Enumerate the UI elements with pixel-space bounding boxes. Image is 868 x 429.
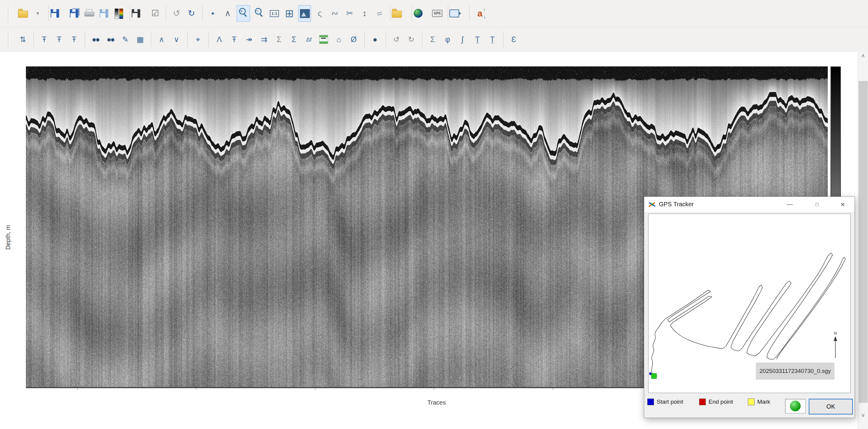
flip-polarity[interactable]: ⇅ <box>17 31 29 47</box>
redo[interactable]: ↻ <box>185 5 197 21</box>
toolbar-icon-glyph: Ṯ <box>475 36 479 43</box>
legend-label: End point <box>709 399 733 405</box>
save-file[interactable] <box>49 5 65 21</box>
rotate-cw[interactable]: ↻ <box>405 31 417 47</box>
wiggle-mode[interactable]: ∧ <box>222 5 234 21</box>
find-previous[interactable]: ●● <box>85 31 101 47</box>
toolbar-icon-glyph: ☑ <box>151 9 159 18</box>
legend-end-point: End point <box>699 399 733 405</box>
hilbert-transform[interactable]: Ɛ <box>503 31 520 47</box>
print[interactable] <box>83 5 95 21</box>
integrate[interactable]: ∫ <box>457 31 469 47</box>
toolbar-icon-glyph: Ɛ <box>511 36 516 43</box>
open-file[interactable] <box>17 5 29 21</box>
minimize-icon[interactable]: — <box>781 197 799 212</box>
current-position-marker <box>651 373 657 379</box>
gps-status-frame <box>785 399 806 414</box>
toolbar-icon-glyph: ∧ <box>225 9 231 18</box>
ground-align[interactable] <box>318 31 330 47</box>
t-power-gain[interactable]: Ṯ <box>471 31 484 47</box>
flatten-ground[interactable]: Ŧ <box>228 31 240 47</box>
toolbar-processing: ⇅ŦŦŦ●●●●✎▦∧∨⌖ɅŦ↠⇉ΣΣΔf⌂Ø●↺↻Σφ∫ṮṮƐ <box>0 27 868 52</box>
legend-start-point: Start point <box>647 399 683 405</box>
wave-fan[interactable]: ≈ <box>373 5 386 21</box>
cut-traces[interactable]: ✂ <box>344 5 356 21</box>
align-first-break-bottom[interactable]: Ŧ <box>68 31 80 47</box>
maximize-icon[interactable]: □ <box>808 197 826 212</box>
zero-offset[interactable]: Ø <box>347 31 360 47</box>
spectrum-up[interactable]: ∧ <box>151 31 168 47</box>
toolbar-icon-glyph: Ø <box>351 36 356 43</box>
undo[interactable]: ↺ <box>166 5 183 21</box>
toolbar-icon-glyph: Ŧ <box>57 36 61 43</box>
shift-right[interactable]: ↠ <box>243 31 255 47</box>
toolbar-icon-glyph: ●● <box>107 36 114 43</box>
align-first-break-mid[interactable]: Ŧ <box>53 31 65 47</box>
align-first-break-top[interactable]: Ŧ <box>34 31 50 47</box>
wiggle-small[interactable]: ∾ <box>329 5 341 21</box>
find-next[interactable]: ●● <box>104 31 117 47</box>
trace-shape[interactable]: ς <box>314 5 326 21</box>
scrollbar-down-icon[interactable]: ∨ <box>858 412 868 418</box>
save-section[interactable] <box>130 5 146 21</box>
fit-to-window[interactable]: ⊞ <box>283 5 296 21</box>
edit-picks[interactable]: ✎ <box>119 31 131 47</box>
point-mode[interactable]: • <box>202 5 219 21</box>
export-folder[interactable] <box>390 5 407 21</box>
shift-right-all[interactable]: ⇉ <box>258 31 270 47</box>
save-all[interactable] <box>68 5 80 21</box>
toolbar-icon-glyph: Ʌ <box>217 36 222 43</box>
toolbar-icon-glyph: ▦ <box>136 36 144 43</box>
toolbar-icon-glyph: ● <box>373 36 377 43</box>
legend-color-swatch <box>647 399 654 405</box>
background-removal[interactable]: Ʌ <box>209 31 225 47</box>
earth-filter[interactable]: ● <box>364 31 381 47</box>
gps-receiver[interactable]: GPS <box>431 5 443 21</box>
toolbar-icon-glyph: ✂ <box>346 9 353 18</box>
subtract-mean[interactable]: Σ <box>273 31 285 47</box>
y-axis-title: Depth, m <box>5 225 11 250</box>
toolbar-icon-glyph: ς <box>318 9 322 18</box>
toolbar-icon-glyph: ⇉ <box>261 36 268 43</box>
stack-sum[interactable]: Σ <box>288 31 300 47</box>
toolbar-icon-glyph: Ŧ <box>232 36 236 43</box>
vertical-scrollbar[interactable]: ∧ ∨ <box>858 51 868 429</box>
toolbar-file: ▾☑↺↻•∧+−1:1⊞ς∾✂↕≈GPSa <box>0 0 868 27</box>
toolbar-icon-glyph: Σ <box>430 36 435 43</box>
toolbar-icon-glyph: GPS <box>432 10 442 17</box>
ok-button[interactable]: OK <box>809 399 853 415</box>
zoom-in[interactable]: + <box>237 5 250 22</box>
close-icon[interactable]: × <box>834 197 851 212</box>
legend-color-swatch <box>699 399 706 405</box>
screen-export[interactable] <box>448 5 465 21</box>
dialog-titlebar[interactable]: GPS Tracker — □ × <box>644 197 855 212</box>
depth-axis <box>0 66 26 387</box>
legend-mark: Mark <box>748 399 770 405</box>
language-translate[interactable]: a <box>469 5 486 21</box>
sum-window[interactable]: Σ <box>422 31 439 47</box>
legend-label: Start point <box>657 399 683 405</box>
export-image[interactable] <box>98 5 110 21</box>
zoom-one-to-one[interactable]: 1:1 <box>268 5 280 21</box>
zoom-out[interactable]: − <box>253 5 266 21</box>
image-view[interactable] <box>298 5 311 22</box>
select-region[interactable]: ⌖ <box>187 31 204 47</box>
open-file-dropdown[interactable]: ▾ <box>32 5 44 21</box>
vertical-scale[interactable]: ↕ <box>359 5 371 21</box>
trace-table[interactable]: ▦ <box>134 31 146 47</box>
scrollbar-thumb[interactable] <box>859 81 868 403</box>
phase-filter[interactable]: φ <box>441 31 454 47</box>
gps-globe[interactable] <box>411 5 428 21</box>
delta-f[interactable]: Δf <box>303 31 315 47</box>
toolbar-icon-glyph: ↕ <box>363 9 367 18</box>
color-palette[interactable] <box>113 5 125 21</box>
scrollbar-up-icon[interactable]: ∧ <box>858 53 868 59</box>
spectrum-down[interactable]: ∨ <box>170 31 183 47</box>
apply-check[interactable]: ☑ <box>149 5 161 21</box>
rotate-ccw[interactable]: ↺ <box>386 31 402 47</box>
dialog-legend: OK Start pointEnd pointMark <box>644 395 855 416</box>
t-norm-gain[interactable]: Ṯ <box>486 31 498 47</box>
velocity-arc[interactable]: ⌂ <box>333 31 345 47</box>
toolbar-icon-glyph: Σ <box>291 36 296 43</box>
toolbar-icon-glyph: ⊞ <box>285 8 294 19</box>
